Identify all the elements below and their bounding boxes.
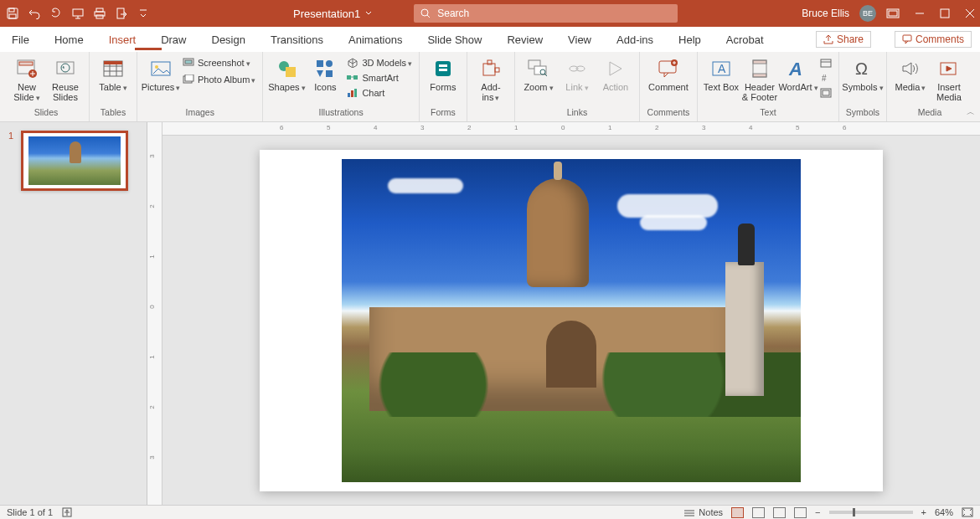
minimize-icon[interactable] bbox=[915, 8, 925, 18]
addins-icon bbox=[479, 57, 503, 80]
user-name[interactable]: Bruce Ellis bbox=[802, 8, 849, 19]
display-mode-icon[interactable] bbox=[886, 8, 900, 18]
redo-icon[interactable] bbox=[49, 6, 64, 21]
media-button[interactable]: Media bbox=[892, 57, 929, 93]
tab-insert[interactable]: Insert bbox=[106, 28, 140, 51]
group-label-illustrations: Illustrations bbox=[319, 107, 364, 120]
svg-rect-37 bbox=[439, 69, 447, 71]
new-slide-icon bbox=[15, 57, 39, 80]
close-icon[interactable] bbox=[965, 8, 975, 18]
fit-window-icon[interactable] bbox=[962, 507, 973, 517]
zoom-slider[interactable] bbox=[829, 511, 913, 514]
tab-view[interactable]: View bbox=[565, 28, 595, 51]
slide-canvas[interactable] bbox=[260, 150, 883, 491]
photo-album-button[interactable]: Photo Album bbox=[181, 74, 257, 85]
svg-rect-32 bbox=[348, 93, 350, 97]
tab-acrobat[interactable]: Acrobat bbox=[723, 28, 767, 51]
svg-rect-54 bbox=[821, 59, 831, 67]
symbols-button[interactable]: Ω Symbols bbox=[844, 57, 881, 93]
tab-review[interactable]: Review bbox=[503, 28, 546, 51]
date-icon bbox=[820, 58, 832, 68]
object-button[interactable] bbox=[818, 87, 833, 99]
svg-point-61 bbox=[66, 510, 68, 511]
ribbon: New Slide Reuse Slides Slides Table Tabl… bbox=[0, 52, 980, 122]
search-input[interactable]: Search bbox=[414, 4, 678, 23]
tab-help[interactable]: Help bbox=[675, 28, 704, 51]
zoom-out-button[interactable]: − bbox=[815, 507, 820, 517]
svg-text:A: A bbox=[788, 59, 802, 79]
reuse-slides-button[interactable]: Reuse Slides bbox=[47, 57, 84, 102]
tab-home[interactable]: Home bbox=[51, 28, 87, 51]
undo-icon[interactable] bbox=[27, 6, 42, 21]
new-comment-icon bbox=[657, 57, 680, 80]
slide-thumbnail-1[interactable] bbox=[21, 131, 128, 191]
maximize-icon[interactable] bbox=[940, 8, 950, 18]
tab-transitions[interactable]: Transitions bbox=[267, 28, 327, 51]
smartart-button[interactable]: SmartArt bbox=[345, 72, 414, 84]
group-links: Zoom Link Action Links bbox=[515, 52, 640, 121]
forms-button[interactable]: Forms bbox=[425, 57, 462, 92]
share-button[interactable]: Share bbox=[816, 31, 871, 48]
new-slide-button[interactable]: New Slide bbox=[8, 57, 45, 103]
sorter-view-button[interactable] bbox=[752, 507, 765, 518]
svg-rect-36 bbox=[439, 64, 447, 67]
tab-design[interactable]: Design bbox=[209, 28, 249, 51]
pictures-icon bbox=[149, 57, 173, 80]
group-label-links: Links bbox=[567, 107, 588, 120]
shapes-button[interactable]: Shapes bbox=[268, 57, 305, 93]
zoom-button[interactable]: Zoom bbox=[520, 57, 557, 93]
wordart-button[interactable]: A WordArt bbox=[780, 57, 817, 93]
present-icon[interactable] bbox=[70, 6, 85, 21]
svg-rect-38 bbox=[483, 64, 495, 75]
tab-draw[interactable]: Draw bbox=[157, 28, 189, 51]
svg-rect-40 bbox=[495, 68, 499, 72]
insert-media-button[interactable]: Insert Media bbox=[931, 57, 967, 102]
tab-animations[interactable]: Animations bbox=[345, 28, 405, 51]
tab-file[interactable]: File bbox=[8, 28, 33, 51]
accessibility-icon[interactable] bbox=[61, 507, 73, 517]
save-icon[interactable] bbox=[5, 6, 20, 21]
tab-addins[interactable]: Add-ins bbox=[613, 28, 657, 51]
chart-icon bbox=[347, 88, 358, 98]
icons-button[interactable]: Icons bbox=[307, 57, 343, 92]
group-label-images: Images bbox=[185, 107, 214, 120]
screenshot-button[interactable]: Screenshot bbox=[181, 57, 257, 69]
textbox-button[interactable]: A Text Box bbox=[703, 57, 740, 92]
zoom-in-button[interactable]: + bbox=[921, 507, 926, 517]
svg-rect-33 bbox=[351, 90, 353, 97]
slide-number-button[interactable]: # bbox=[818, 72, 833, 84]
chart-button[interactable]: Chart bbox=[345, 87, 414, 99]
slide-counter[interactable]: Slide 1 of 1 bbox=[7, 507, 53, 517]
reading-view-button[interactable] bbox=[773, 507, 786, 518]
table-button[interactable]: Table bbox=[95, 57, 132, 93]
table-icon bbox=[101, 57, 125, 80]
comments-button[interactable]: Comments bbox=[895, 31, 972, 48]
document-title[interactable]: Presentation1 bbox=[293, 8, 372, 20]
date-time-button[interactable] bbox=[818, 57, 833, 69]
comment-button[interactable]: Comment bbox=[645, 57, 692, 92]
pictures-button[interactable]: Pictures bbox=[142, 57, 179, 93]
tab-slideshow[interactable]: Slide Show bbox=[424, 28, 485, 51]
normal-view-button[interactable] bbox=[731, 507, 744, 518]
ribbon-tabs: File Home Insert Draw Design Transitions… bbox=[0, 27, 980, 52]
slideshow-view-button[interactable] bbox=[794, 507, 807, 518]
addins-button[interactable]: Add-ins bbox=[472, 57, 509, 103]
print-icon[interactable] bbox=[92, 6, 107, 21]
svg-rect-4 bbox=[96, 8, 103, 12]
slide-thumbnails: 1 bbox=[0, 122, 147, 505]
svg-rect-3 bbox=[73, 9, 83, 16]
zoom-level[interactable]: 64% bbox=[935, 507, 953, 517]
user-avatar[interactable]: BE bbox=[859, 5, 876, 22]
collapse-ribbon-icon[interactable]: ︿ bbox=[967, 106, 975, 118]
svg-rect-25 bbox=[185, 75, 193, 81]
inserted-picture[interactable] bbox=[342, 159, 801, 482]
header-footer-button[interactable]: Header & Footer bbox=[741, 57, 778, 102]
group-symbols: Ω Symbols Symbols bbox=[839, 52, 887, 121]
export-icon[interactable] bbox=[114, 6, 129, 21]
qat-more-icon[interactable] bbox=[136, 6, 151, 21]
svg-rect-19 bbox=[104, 61, 122, 64]
notes-button[interactable]: Notes bbox=[683, 507, 723, 517]
svg-rect-34 bbox=[354, 89, 357, 97]
header-icon bbox=[748, 57, 771, 80]
3d-models-button[interactable]: 3D Models bbox=[345, 57, 414, 69]
